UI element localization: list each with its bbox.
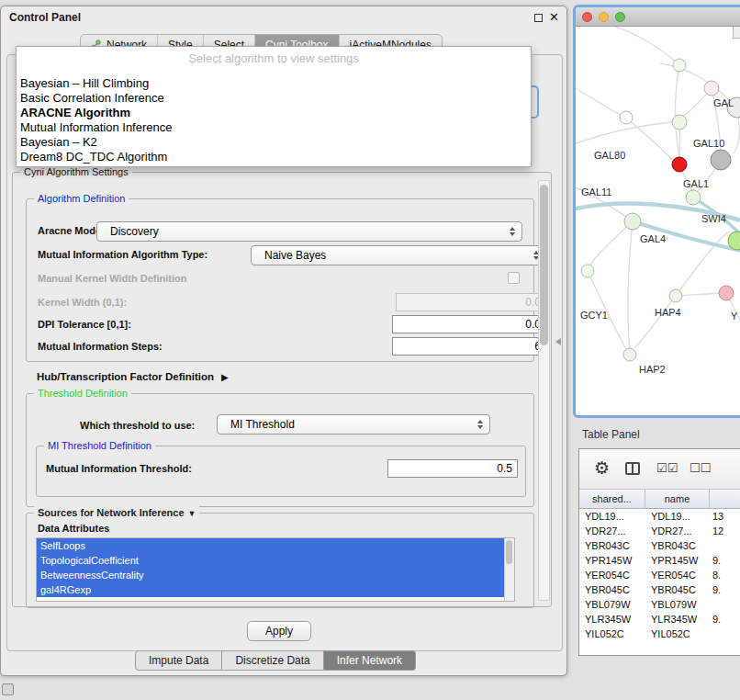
table-panel-window: ⚙ ☑☑ ☐☐ shared...name YDL19...YDL19...13…	[578, 448, 740, 656]
bottom-tab-infer-network[interactable]: Infer Network	[324, 650, 416, 671]
table-cell: 9.	[710, 584, 740, 595]
table-row[interactable]: YDR27...YDR27...12	[579, 524, 740, 538]
scrollbar-corner[interactable]	[733, 27, 740, 39]
mi-threshold-label: Mutual Information Threshold:	[46, 463, 192, 474]
table-cell: 12	[710, 525, 740, 536]
table-toolbar: ⚙ ☑☑ ☐☐	[579, 449, 740, 490]
algorithm-option[interactable]: Bayesian – K2	[17, 135, 531, 150]
algorithm-option[interactable]: ARACNE Algorithm	[17, 106, 531, 120]
panel-splitter-collapse-icon[interactable]	[555, 338, 561, 345]
table-row[interactable]: YER054CYER054C8.	[579, 568, 740, 582]
data-attribute-item[interactable]: BetweennessCentrality	[37, 568, 504, 582]
list-scrollbar-thumb[interactable]	[506, 540, 512, 564]
apply-button[interactable]: Apply	[247, 621, 311, 641]
network-node[interactable]	[669, 289, 682, 302]
bottom-tab-impute-data[interactable]: Impute Data	[135, 650, 222, 671]
collapsed-panel-icon[interactable]	[2, 683, 14, 695]
zoom-traffic-button[interactable]	[615, 12, 625, 22]
algorithm-option[interactable]: Dream8 DC_TDC Algorithm	[17, 150, 531, 164]
table-cell: YER054C	[645, 570, 710, 581]
network-window-titlebar[interactable]	[576, 7, 740, 27]
table-column-header[interactable]: name	[645, 490, 710, 509]
table-cell: YIL052C	[645, 628, 710, 639]
aracne-mode-value: Discovery	[110, 225, 159, 238]
table-header: shared...name	[579, 490, 740, 509]
table-panel-label: Table Panel	[582, 428, 640, 441]
algorithm-list: Bayesian – Hill ClimbingBasic Correlatio…	[17, 76, 531, 164]
table-cell: YPR145W	[579, 555, 645, 566]
sources-group-title[interactable]: Sources for Network Inference▼	[34, 506, 199, 520]
network-node-label: GAL	[713, 97, 734, 108]
network-node[interactable]	[686, 190, 701, 205]
network-node[interactable]	[673, 59, 686, 72]
algorithm-option[interactable]: Mutual Information Inference	[17, 120, 531, 135]
network-view-window: GAL80GAL10GAL11GAL1SWI4GAL4GCY1HAP4HAP2G…	[573, 5, 740, 418]
mi-threshold-field[interactable]: 0.5	[387, 459, 518, 478]
table-cell: YBR043C	[645, 540, 710, 551]
table-row[interactable]: YBR045CYBR045C9.	[579, 582, 740, 597]
network-node[interactable]	[581, 265, 594, 277]
aracne-mode-select[interactable]: Discovery	[96, 221, 522, 242]
network-node[interactable]	[704, 81, 719, 96]
list-scrollbar[interactable]	[504, 538, 514, 601]
select-all-checkboxes-icon[interactable]: ☑☑	[656, 461, 678, 475]
dpi-tolerance-field[interactable]: 0.0	[392, 315, 546, 333]
algorithm-option[interactable]: Basic Correlation Inference	[17, 91, 531, 106]
network-node-labels: GAL80GAL10GAL11GAL1SWI4GAL4GCY1HAP4HAP2G…	[580, 97, 738, 375]
mi-algorithm-type-select[interactable]: Naive Bayes	[251, 245, 546, 265]
network-node[interactable]	[624, 213, 641, 230]
settings-scrollbar-thumb[interactable]	[540, 185, 548, 345]
network-node-label: GCY1	[580, 310, 608, 321]
gear-icon[interactable]: ⚙	[594, 457, 610, 479]
close-traffic-button[interactable]	[582, 12, 592, 22]
table-column-header[interactable]: shared...	[579, 490, 645, 509]
algorithm-option[interactable]: Bayesian – Hill Climbing	[17, 76, 531, 91]
columns-icon[interactable]	[625, 462, 640, 475]
restore-icon[interactable]	[534, 14, 543, 22]
close-icon[interactable]: ✕	[549, 10, 559, 24]
table-cell: YLR345W	[645, 614, 710, 625]
which-threshold-select[interactable]: MI Threshold	[217, 414, 490, 435]
data-attribute-item[interactable]: SelfLoops	[37, 538, 504, 553]
deselect-all-checkboxes-icon[interactable]: ☐☐	[690, 461, 711, 475]
table-row[interactable]: YLR345WYLR345W9.	[579, 612, 740, 627]
manual-kernel-width-checkbox[interactable]	[508, 272, 520, 284]
control-panel-titlebar[interactable]: Control Panel ✕	[1, 6, 566, 28]
network-node-label: GAL11	[581, 186, 611, 198]
settings-scrollbar[interactable]	[538, 180, 550, 601]
data-attributes-label: Data Attributes	[38, 523, 109, 534]
table-row[interactable]: YBR043CYBR043C	[579, 538, 740, 553]
mi-steps-field[interactable]: 6	[392, 337, 546, 356]
network-node-label: Y	[731, 310, 738, 322]
network-node[interactable]	[623, 348, 636, 361]
kernel-width-field[interactable]: 0.0	[396, 293, 546, 311]
table-row[interactable]: YDL19...YDL19...13	[579, 509, 740, 524]
data-attributes-list[interactable]: SelfLoopsTopologicalCoefficientBetweenne…	[36, 537, 515, 602]
network-node[interactable]	[672, 115, 687, 130]
cyni-algorithm-settings-group: Cyni Algorithm Settings Algorithm Defini…	[12, 172, 552, 607]
hub-definition-toggle[interactable]: Hub/Transcription Factor Definition▶	[37, 371, 229, 382]
data-attribute-item[interactable]: TopologicalCoefficient	[37, 553, 504, 568]
control-panel-window: Control Panel ✕ NetworkStyleSelectCyni T…	[0, 6, 567, 676]
table-cell: YBR045C	[579, 584, 645, 595]
bottom-tab-discretize-data[interactable]: Discretize Data	[222, 650, 323, 671]
minimize-traffic-button[interactable]	[599, 12, 609, 22]
network-node-label: HAP2	[639, 364, 666, 375]
table-row[interactable]: YPR145WYPR145W9.	[579, 553, 740, 568]
mi-algorithm-type-value: Naive Bayes	[264, 249, 326, 262]
table-cell: YER054C	[579, 570, 645, 581]
mi-algorithm-type-label: Mutual Information Algorithm Type:	[38, 249, 207, 260]
network-node[interactable]	[719, 286, 734, 300]
network-canvas[interactable]: GAL80GAL10GAL11GAL1SWI4GAL4GCY1HAP4HAP2G…	[576, 27, 740, 415]
data-attribute-item[interactable]: gal4RGexp	[37, 582, 504, 597]
table-cell: YDR27...	[645, 525, 710, 536]
network-node[interactable]	[672, 157, 687, 172]
algorithm-dropdown-popup: Select algorithm to view settings Bayesi…	[16, 46, 532, 167]
table-column-header[interactable]	[710, 490, 740, 509]
network-node[interactable]	[711, 150, 731, 170]
combo-stepper-icon	[507, 222, 518, 241]
network-node[interactable]	[620, 111, 633, 124]
table-row[interactable]: YBL079WYBL079W	[579, 597, 740, 612]
table-cell: YDR27...	[579, 525, 645, 536]
table-row[interactable]: YIL052CYIL052C	[579, 627, 740, 641]
